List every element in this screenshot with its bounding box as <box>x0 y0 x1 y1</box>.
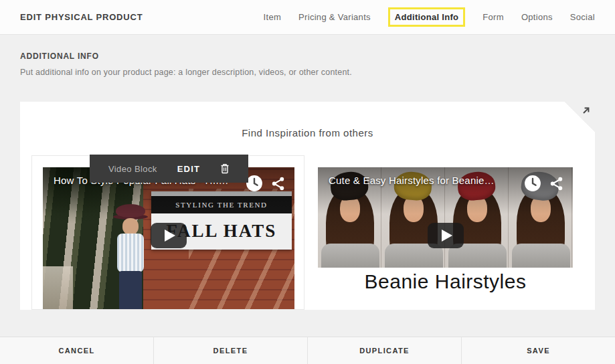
share-icon[interactable] <box>549 176 564 191</box>
delete-button[interactable]: DELETE <box>153 337 307 364</box>
trash-icon[interactable] <box>220 163 230 174</box>
video-title: Cute & Easy Hairstyles for Beanie… <box>329 175 495 186</box>
watch-later-icon[interactable] <box>524 175 541 192</box>
woman-figure-art <box>111 204 150 309</box>
page-title: Find Inspiration from others <box>20 102 595 139</box>
thumbnail-caption: Beanie Hairstyles <box>365 270 527 310</box>
tab-form[interactable]: Form <box>482 12 504 22</box>
sign-top-line: STYLING THE TREND <box>151 196 292 213</box>
save-button[interactable]: SAVE <box>461 337 615 364</box>
tab-additional-info[interactable]: Additional Info <box>388 7 465 27</box>
section-intro: ADDITIONAL INFO Put additional info on y… <box>20 52 596 77</box>
tab-social[interactable]: Social <box>570 12 595 22</box>
share-icon[interactable] <box>270 176 286 191</box>
content-panel: Find Inspiration from others STYLI <box>20 102 595 310</box>
footer-action-bar: CANCEL DELETE DUPLICATE SAVE <box>0 337 615 364</box>
section-heading: ADDITIONAL INFO <box>20 52 596 61</box>
play-button[interactable] <box>151 223 187 248</box>
expand-arrow-icon[interactable] <box>582 106 590 115</box>
block-toolbar: Video Block EDIT <box>90 155 248 183</box>
top-bar: EDIT PHYSICAL PRODUCT Item Pricing & Var… <box>0 0 615 35</box>
video-block-2[interactable]: Beanie Hairstyles Cute & Easy Hairstyles… <box>318 167 573 310</box>
thumbnail-caption-band: Beanie Hairstyles <box>318 268 573 310</box>
edit-block-button[interactable]: EDIT <box>177 164 200 174</box>
cancel-button[interactable]: CANCEL <box>0 337 153 364</box>
tab-pricing-variants[interactable]: Pricing & Variants <box>298 12 371 22</box>
dialog-title: EDIT PHYSICAL PRODUCT <box>20 12 143 22</box>
block-type-label: Video Block <box>108 164 157 174</box>
play-button[interactable] <box>428 223 464 248</box>
tab-options[interactable]: Options <box>521 12 553 22</box>
section-description: Put additional info on your product page… <box>20 68 596 77</box>
tab-item[interactable]: Item <box>264 12 281 22</box>
panel-corner-fold <box>564 102 595 132</box>
duplicate-button[interactable]: DUPLICATE <box>307 337 461 364</box>
tab-bar: Item Pricing & Variants Additional Info … <box>264 7 595 27</box>
sidewalk-art <box>43 266 73 309</box>
edit-product-dialog: EDIT PHYSICAL PRODUCT Item Pricing & Var… <box>0 0 615 364</box>
video-block-1[interactable]: STYLING THE TREND FALL HATS How To Style… <box>43 167 294 309</box>
